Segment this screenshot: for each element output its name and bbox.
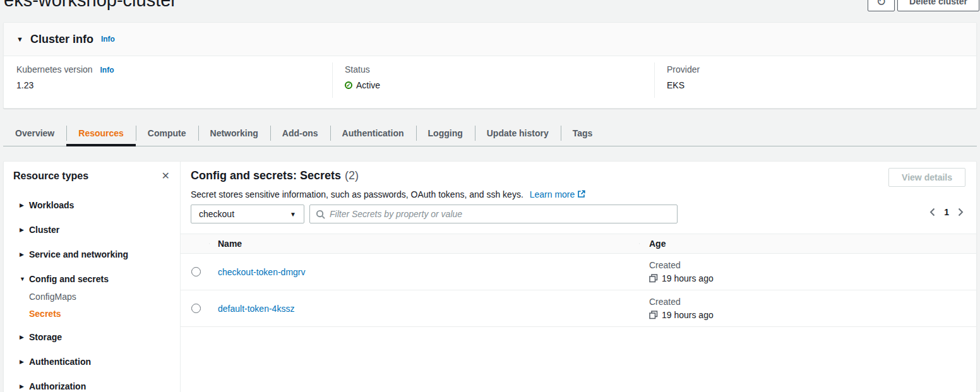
age-value-text: 19 hours ago	[662, 310, 714, 320]
resource-types-list: ▶ Workloads ▶ Cluster ▶ Service and netw…	[4, 198, 180, 392]
age-column-header[interactable]: Age	[639, 239, 976, 249]
cluster-tabs: Overview Resources Compute Networking Ad…	[3, 120, 977, 146]
tab-networking[interactable]: Networking	[198, 120, 270, 146]
chevron-down-icon: ▼	[20, 276, 29, 282]
secrets-search-box	[309, 205, 678, 223]
name-column-header[interactable]: Name	[209, 239, 639, 249]
current-page-number[interactable]: 1	[944, 207, 949, 217]
tab-logging[interactable]: Logging	[416, 120, 475, 146]
sidebar-item-service-and-networking[interactable]: ▶ Service and networking	[4, 247, 180, 261]
secrets-description: Secret stores sensitive information, suc…	[191, 189, 585, 199]
column-divider	[654, 62, 655, 98]
secrets-count: (2)	[345, 169, 359, 182]
tab-authentication[interactable]: Authentication	[330, 120, 416, 146]
page-title: eks-workshop-cluster	[4, 0, 177, 11]
pagination: 1	[929, 207, 964, 217]
tab-compute[interactable]: Compute	[136, 120, 198, 146]
age-value-text: 19 hours ago	[662, 273, 714, 283]
secrets-search-input[interactable]	[330, 209, 671, 219]
secret-filter-dropdown[interactable]: checkout ▼	[191, 205, 304, 223]
secrets-heading: Config and secrets: Secrets(2)	[191, 169, 359, 182]
age-cell: Created 19 hours ago	[639, 260, 976, 283]
chevron-right-icon: ▶	[20, 227, 29, 233]
sidebar-item-authorization[interactable]: ▶ Authorization	[4, 379, 180, 392]
chevron-right-icon: ▶	[20, 251, 29, 258]
next-page-icon[interactable]	[957, 207, 964, 217]
secret-name-link[interactable]: checkout-token-dmgrv	[218, 267, 306, 277]
resource-types-sidebar: Resource types ✕ ▶ Workloads ▶ Cluster ▶…	[4, 162, 181, 392]
resources-panel: Resource types ✕ ▶ Workloads ▶ Cluster ▶…	[3, 161, 977, 392]
secrets-content: Config and secrets: Secrets(2) View deta…	[181, 162, 976, 392]
sidebar-item-configmaps[interactable]: ConfigMaps	[4, 289, 180, 304]
sidebar-item-secrets[interactable]: Secrets	[4, 306, 180, 321]
chevron-right-icon: ▶	[20, 334, 29, 340]
chevron-right-icon: ▶	[20, 359, 29, 365]
cluster-info-card: ▼ Cluster info Info Kubernetes version I…	[3, 22, 977, 109]
secrets-table: Name Age checkout-token-dmgrv Created 19…	[181, 234, 976, 327]
cluster-info-header[interactable]: ▼ Cluster info Info	[4, 23, 976, 56]
copy-icon[interactable]	[649, 274, 658, 283]
refresh-icon: ↻	[876, 0, 887, 9]
caret-down-icon: ▼	[290, 211, 296, 218]
table-row: default-token-4kssz Created 19 hours ago	[181, 290, 976, 327]
age-cell: Created 19 hours ago	[639, 297, 976, 320]
tab-update-history[interactable]: Update history	[475, 120, 561, 146]
sidebar-item-workloads[interactable]: ▶ Workloads	[4, 198, 180, 212]
sidebar-item-config-and-secrets[interactable]: ▼ Config and secrets	[4, 271, 180, 286]
cluster-info-body: Kubernetes version Info 1.23 Status Acti…	[4, 56, 976, 108]
provider-value: EKS	[667, 80, 700, 90]
kubernetes-version-field: Kubernetes version Info 1.23	[16, 64, 114, 90]
chevron-right-icon: ▶	[20, 383, 29, 389]
row-radio-button[interactable]	[191, 267, 201, 276]
status-label: Status	[345, 64, 380, 74]
age-created-label: Created	[649, 260, 976, 270]
table-header-row: Name Age	[181, 234, 976, 254]
provider-field: Provider EKS	[667, 64, 700, 90]
chevron-right-icon: ▶	[20, 202, 29, 208]
row-radio-button[interactable]	[191, 304, 201, 313]
sidebar-item-cluster[interactable]: ▶ Cluster	[4, 222, 180, 237]
status-active-check-icon	[345, 81, 352, 89]
provider-label: Provider	[667, 64, 700, 74]
age-created-label: Created	[649, 297, 976, 307]
view-details-button[interactable]: View details	[888, 168, 965, 187]
table-row: checkout-token-dmgrv Created 19 hours ag…	[181, 254, 976, 290]
dropdown-selected-value: checkout	[199, 209, 234, 219]
status-value: Active	[345, 80, 380, 90]
column-divider	[332, 62, 333, 98]
delete-cluster-button[interactable]: Delete cluster	[897, 0, 979, 11]
search-icon	[316, 210, 325, 219]
refresh-button[interactable]: ↻	[868, 0, 895, 11]
tab-tags[interactable]: Tags	[561, 120, 605, 146]
cluster-info-title: Cluster info	[30, 33, 93, 46]
cluster-info-info-link[interactable]: Info	[101, 35, 115, 44]
sidebar-item-authentication[interactable]: ▶ Authentication	[4, 354, 180, 369]
resource-types-title: Resource types	[13, 170, 88, 182]
external-link-icon	[577, 190, 585, 198]
kubernetes-version-label: Kubernetes version Info	[16, 64, 114, 74]
learn-more-link[interactable]: Learn more	[530, 189, 586, 199]
tab-overview[interactable]: Overview	[3, 120, 66, 146]
kubernetes-version-value: 1.23	[16, 80, 114, 90]
copy-icon[interactable]	[649, 311, 658, 319]
collapse-caret-icon[interactable]: ▼	[16, 35, 23, 43]
tab-resources[interactable]: Resources	[66, 120, 136, 146]
secret-name-link[interactable]: default-token-4kssz	[218, 304, 294, 314]
close-icon[interactable]: ✕	[162, 171, 170, 181]
sidebar-item-storage[interactable]: ▶ Storage	[4, 330, 180, 344]
kubernetes-version-info-link[interactable]: Info	[100, 66, 114, 74]
tab-add-ons[interactable]: Add-ons	[270, 120, 330, 146]
status-field: Status Active	[345, 64, 380, 90]
previous-page-icon[interactable]	[929, 207, 936, 217]
